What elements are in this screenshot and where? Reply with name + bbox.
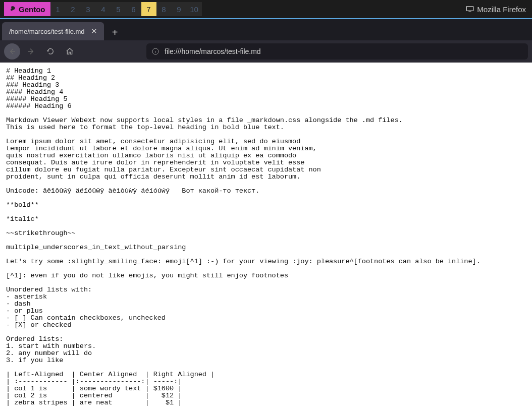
monitor-icon — [466, 6, 474, 13]
info-icon — [151, 47, 159, 55]
home-button[interactable] — [62, 43, 78, 60]
workspace-6[interactable]: 6 — [126, 2, 141, 16]
new-tab-button[interactable]: + — [107, 24, 123, 40]
distro-name: Gentoo — [19, 5, 45, 14]
svg-rect-0 — [467, 7, 473, 11]
gentoo-icon — [9, 6, 16, 13]
distro-badge: Gentoo — [4, 2, 50, 16]
workspace-switcher: Gentoo 1 2 3 4 5 6 7 8 9 10 — [4, 2, 202, 16]
tab-close-button[interactable]: ✕ — [90, 27, 99, 36]
arrow-right-icon — [27, 47, 35, 55]
workspace-7[interactable]: 7 — [141, 2, 156, 16]
document-content: # Heading 1 ## Heading 2 ### Heading 3 #… — [0, 63, 532, 414]
wm-taskbar: Gentoo 1 2 3 4 5 6 7 8 9 10 Mozilla Fire… — [0, 0, 532, 18]
home-icon — [66, 47, 74, 55]
reload-button[interactable] — [42, 43, 59, 60]
reload-icon — [46, 47, 55, 55]
window-title: Mozilla Firefox — [477, 5, 526, 14]
arrow-left-icon — [8, 47, 16, 55]
workspace-10[interactable]: 10 — [187, 2, 202, 16]
address-bar[interactable]: file:///home/marcos/test-file.md — [146, 43, 528, 60]
workspace-2[interactable]: 2 — [66, 2, 81, 16]
workspace-5[interactable]: 5 — [111, 2, 126, 16]
forward-button[interactable] — [23, 43, 39, 60]
back-button[interactable] — [4, 43, 20, 60]
workspace-8[interactable]: 8 — [156, 2, 172, 16]
workspace-1[interactable]: 1 — [50, 2, 66, 16]
browser-tab-strip: /home/marcos/test-file.md ✕ + — [0, 18, 532, 40]
browser-nav-toolbar: file:///home/marcos/test-file.md — [0, 40, 532, 63]
wm-window-title-area: Mozilla Firefox — [466, 5, 528, 14]
workspace-9[interactable]: 9 — [172, 2, 187, 16]
tab-title: /home/marcos/test-file.md — [9, 28, 85, 35]
url-text: file:///home/marcos/test-file.md — [165, 47, 261, 55]
workspace-4[interactable]: 4 — [96, 2, 111, 16]
browser-tab[interactable]: /home/marcos/test-file.md ✕ — [2, 22, 104, 40]
workspace-3[interactable]: 3 — [81, 2, 96, 16]
